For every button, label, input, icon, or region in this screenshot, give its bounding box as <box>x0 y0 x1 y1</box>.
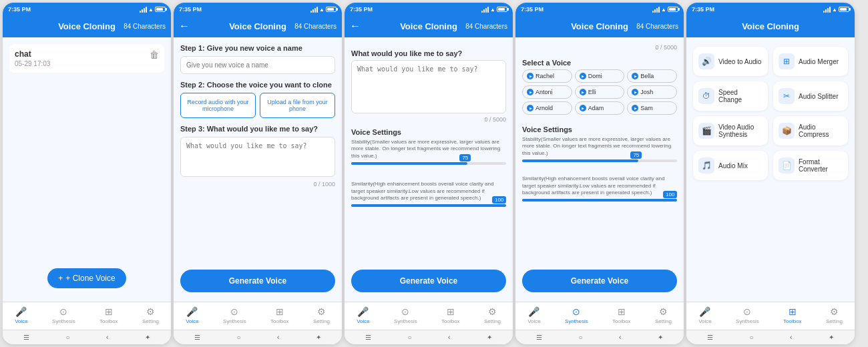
nav-voice-4[interactable]: 🎤 Voice <box>525 305 544 328</box>
content-1: chat 05-29 17:03 🗑 + + Clone Voice <box>3 37 171 302</box>
say-textarea-3[interactable] <box>351 60 506 113</box>
nav-toolbox-2[interactable]: ⊞ Toolbox <box>268 305 292 328</box>
back-button-3[interactable]: ← <box>350 20 361 32</box>
home-icon-3[interactable]: ○ <box>408 334 412 341</box>
back-icon-1[interactable]: ‹ <box>106 334 108 341</box>
nav-setting-2[interactable]: ⚙ Setting <box>310 305 333 328</box>
wifi-icon-5: ▲ <box>832 7 837 13</box>
nav-synthesis-1[interactable]: ⊙ Synthesis <box>49 305 78 328</box>
tool-video-to-audio[interactable]: 🔊 Video to Audio <box>693 47 768 76</box>
chat-item-1: chat 05-29 17:03 🗑 <box>9 44 164 73</box>
menu-icon-2[interactable]: ☰ <box>194 334 200 341</box>
similarity-desc-3: Similarity(High enhancement boosts overa… <box>351 181 506 202</box>
audio-compress-icon: 📦 <box>779 123 795 139</box>
recent-icon-4[interactable]: ✦ <box>658 334 663 341</box>
nav-toolbox-3[interactable]: ⊞ Toolbox <box>439 305 463 328</box>
android-bar-5: ☰ ○ ‹ ✦ <box>686 330 855 344</box>
recent-icon-5[interactable]: ✦ <box>829 334 834 341</box>
menu-icon-1[interactable]: ☰ <box>23 334 29 341</box>
voice-rachel[interactable]: Rachel <box>522 69 572 83</box>
back-icon-3[interactable]: ‹ <box>448 334 450 341</box>
back-icon-5[interactable]: ‹ <box>790 334 792 341</box>
menu-icon-5[interactable]: ☰ <box>707 334 713 341</box>
voice-bella[interactable]: Bella <box>627 69 677 83</box>
content-5: 🔊 Video to Audio ⊞ Audio Merger ⏱ Speed … <box>686 37 855 302</box>
voice-antoni[interactable]: Antoni <box>522 85 572 99</box>
nav-synthesis-2[interactable]: ⊙ Synthesis <box>220 305 249 328</box>
nav-voice-1[interactable]: 🎤 Voice <box>12 305 31 328</box>
bottom-nav-2: 🎤 Voice ⊙ Synthesis ⊞ Toolbox ⚙ Setting <box>174 302 342 330</box>
similarity-desc-4: Similarity(High enhancement boosts overa… <box>522 176 677 196</box>
nav-setting-4[interactable]: ⚙ Setting <box>652 305 674 328</box>
synthesis-icon-3: ⊙ <box>401 306 409 317</box>
battery-icon-2 <box>326 7 337 12</box>
nav-setting-5[interactable]: ⚙ Setting <box>823 305 845 328</box>
stability-slider-3[interactable]: 75 <box>351 162 506 165</box>
nav-synthesis-label-2: Synthesis <box>223 318 246 324</box>
voice-arnold[interactable]: Arnold <box>522 101 572 115</box>
nav-voice-2[interactable]: 🎤 Voice <box>183 305 202 328</box>
android-bar-3: ☰ ○ ‹ ✦ <box>345 330 513 344</box>
back-icon-4[interactable]: ‹ <box>619 334 621 341</box>
nav-voice-5[interactable]: 🎤 Voice <box>696 305 714 328</box>
menu-icon-4[interactable]: ☰ <box>536 334 542 341</box>
menu-icon-3[interactable]: ☰ <box>365 334 371 341</box>
recent-icon-2[interactable]: ✦ <box>316 334 321 341</box>
tool-format-converter[interactable]: 📄 Format Converter <box>773 151 848 180</box>
home-icon-1[interactable]: ○ <box>66 334 70 341</box>
voice-name-input[interactable] <box>180 56 335 74</box>
nav-voice-3[interactable]: 🎤 Voice <box>354 305 373 328</box>
generate-voice-button-2[interactable]: Generate Voice <box>180 270 335 292</box>
battery-icon-1 <box>155 7 166 12</box>
recent-icon-1[interactable]: ✦ <box>145 334 150 341</box>
nav-synthesis-4[interactable]: ⊙ Synthesis <box>562 305 591 328</box>
tool-audio-splitter[interactable]: ✂ Audio Splitter <box>773 81 848 111</box>
clone-voice-button[interactable]: + + Clone Voice <box>47 268 126 288</box>
tool-audio-mix[interactable]: 🎵 Audio Mix <box>693 151 768 180</box>
back-icon-2[interactable]: ‹ <box>277 334 279 341</box>
similarity-slider-4[interactable]: 100 <box>522 199 677 202</box>
stability-slider-4[interactable]: 75 <box>522 159 677 162</box>
voice-domi[interactable]: Domi <box>575 69 625 83</box>
tool-audio-merger[interactable]: ⊞ Audio Merger <box>773 47 848 76</box>
voice-sam[interactable]: Sam <box>627 101 677 115</box>
back-button-2[interactable]: ← <box>179 20 190 32</box>
chat-date-1: 05-29 17:03 <box>15 60 50 67</box>
nav-synthesis-5[interactable]: ⊙ Synthesis <box>733 305 762 328</box>
generate-voice-button-3[interactable]: Generate Voice <box>351 270 506 292</box>
delete-icon-1[interactable]: 🗑 <box>150 49 159 60</box>
screen-5: 7:35 PM ▲ Voice Cloning 🔊 Video to Audio <box>686 3 855 344</box>
upload-file-button[interactable]: Upload a file from your phone <box>260 93 335 118</box>
format-converter-icon: 📄 <box>779 157 795 174</box>
nav-toolbox-5[interactable]: ⊞ Toolbox <box>781 305 805 328</box>
nav-setting-3[interactable]: ⚙ Setting <box>481 305 503 328</box>
nav-setting-1[interactable]: ⚙ Setting <box>140 305 162 328</box>
record-audio-button[interactable]: Record audio with your microphone <box>180 93 256 118</box>
say-text-input[interactable] <box>180 137 335 177</box>
char-limit-4: 0 / 5000 <box>522 44 677 51</box>
audio-mix-icon: 🎵 <box>698 157 714 174</box>
speed-change-icon: ⏱ <box>698 88 714 104</box>
recent-icon-3[interactable]: ✦ <box>487 334 492 341</box>
nav-toolbox-1[interactable]: ⊞ Toolbox <box>97 305 121 328</box>
home-icon-2[interactable]: ○ <box>237 334 241 341</box>
voice-elli[interactable]: Elli <box>575 85 625 99</box>
similarity-slider-3[interactable]: 100 <box>351 204 506 207</box>
header-title-3: Voice Cloning <box>400 21 457 31</box>
tool-audio-splitter-label: Audio Splitter <box>799 93 838 100</box>
toolbox-icon-1: ⊞ <box>105 306 113 317</box>
tool-audio-compress[interactable]: 📦 Audio Compress <box>773 116 848 145</box>
toolbox-icon-3: ⊞ <box>447 306 455 317</box>
voice-josh[interactable]: Josh <box>627 85 677 99</box>
generate-voice-button-4[interactable]: Generate Voice <box>522 270 677 292</box>
nav-toolbox-label-2: Toolbox <box>270 318 289 324</box>
voice-adam[interactable]: Adam <box>575 101 625 115</box>
nav-synthesis-3[interactable]: ⊙ Synthesis <box>391 305 420 328</box>
home-icon-4[interactable]: ○ <box>579 334 583 341</box>
screen-3: 7:35 PM ▲ ← Voice Cloning 84 Characters … <box>345 3 513 344</box>
home-icon-5[interactable]: ○ <box>750 334 754 341</box>
similarity-value-4: 100 <box>663 191 677 198</box>
tool-speed-change[interactable]: ⏱ Speed Change <box>693 81 768 111</box>
nav-toolbox-4[interactable]: ⊞ Toolbox <box>610 305 634 328</box>
tool-video-audio-synthesis[interactable]: 🎬 Video Audio Synthesis <box>693 116 768 145</box>
